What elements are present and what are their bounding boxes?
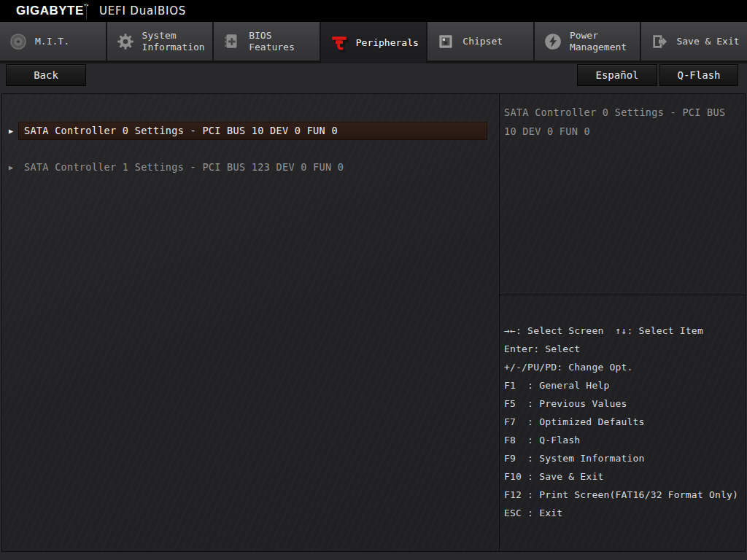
tab-label: M.I.T. [35, 36, 69, 47]
legend-line: F5 : Previous Values [504, 394, 745, 413]
menu-item-sata-controller-0[interactable]: ▶ SATA Controller 0 Settings - PCI BUS 1… [2, 122, 499, 140]
mit-dial-icon [8, 31, 28, 52]
topbar-divider [86, 3, 87, 19]
language-button[interactable]: Español [577, 64, 657, 86]
tab-label: Peripherals [356, 37, 419, 49]
item-description: SATA Controller 0 Settings - PCI BUS 10 … [500, 94, 746, 141]
tab-label: System Information [142, 30, 212, 53]
peripherals-usb-icon [329, 33, 349, 53]
legend-line: F7 : Optimized Defaults [504, 413, 745, 431]
power-bolt-icon [543, 31, 563, 52]
tab-mit[interactable]: M.I.T. [0, 22, 106, 61]
legend-line: F9 : System Information [504, 449, 745, 467]
key-legend: →←: Select Screen ↑↓: Select Item Enter:… [504, 322, 745, 522]
menu-item-label: SATA Controller 0 Settings - PCI BUS 10 … [18, 122, 487, 140]
bios-screen: GIGABYTE™ UEFI DualBIOS M.I.T. [0, 0, 747, 560]
legend-line: →←: Select Screen ↑↓: Select Item [504, 322, 745, 340]
submenu-arrow-icon: ▶ [9, 163, 13, 172]
tab-label: Power Management [570, 30, 640, 53]
legend-line: F8 : Q-Flash [504, 431, 745, 449]
tab-power-management[interactable]: Power Management [535, 22, 640, 61]
tab-label: Save & Exit [676, 36, 739, 47]
menu-item-label: SATA Controller 1 Settings - PCI BUS 123… [18, 158, 487, 176]
tab-bar: M.I.T. System Information [0, 22, 747, 63]
help-panel: SATA Controller 0 Settings - PCI BUS 10 … [499, 94, 746, 551]
legend-line: F12 : Print Screen(FAT16/32 Format Only) [504, 486, 745, 504]
content-frame: ▶ SATA Controller 0 Settings - PCI BUS 1… [1, 93, 746, 552]
legend-line: Enter: Select [504, 340, 745, 358]
chipset-icon [436, 31, 456, 52]
save-exit-door-icon [649, 31, 670, 52]
gigabyte-logo: GIGABYTE™ [16, 4, 89, 18]
tab-save-exit[interactable]: Save & Exit [641, 22, 747, 61]
legend-line: ESC : Exit [504, 504, 745, 522]
help-panel-divider [500, 295, 746, 295]
tab-bios-features[interactable]: BIOS Features [214, 22, 320, 61]
settings-list-panel: ▶ SATA Controller 0 Settings - PCI BUS 1… [2, 94, 499, 551]
legend-line: F1 : General Help [504, 376, 745, 394]
bios-chip-icon [222, 31, 242, 52]
legend-line: +/-/PU/PD: Change Opt. [504, 358, 745, 376]
menu-item-sata-controller-1[interactable]: ▶ SATA Controller 1 Settings - PCI BUS 1… [2, 158, 499, 176]
gear-icon [115, 31, 136, 52]
qflash-button[interactable]: Q-Flash [659, 64, 738, 86]
tab-peripherals[interactable]: Peripherals [321, 22, 427, 63]
firmware-title: UEFI DualBIOS [99, 4, 186, 18]
top-bar: GIGABYTE™ UEFI DualBIOS [0, 0, 747, 22]
back-button[interactable]: Back [6, 64, 86, 86]
tab-label: BIOS Features [249, 30, 319, 53]
tab-chipset[interactable]: Chipset [427, 22, 533, 61]
legend-line: F10 : Save & Exit [504, 467, 745, 486]
tab-label: Chipset [462, 36, 503, 47]
tab-system-information[interactable]: System Information [107, 22, 213, 61]
submenu-arrow-icon: ▶ [9, 126, 13, 136]
